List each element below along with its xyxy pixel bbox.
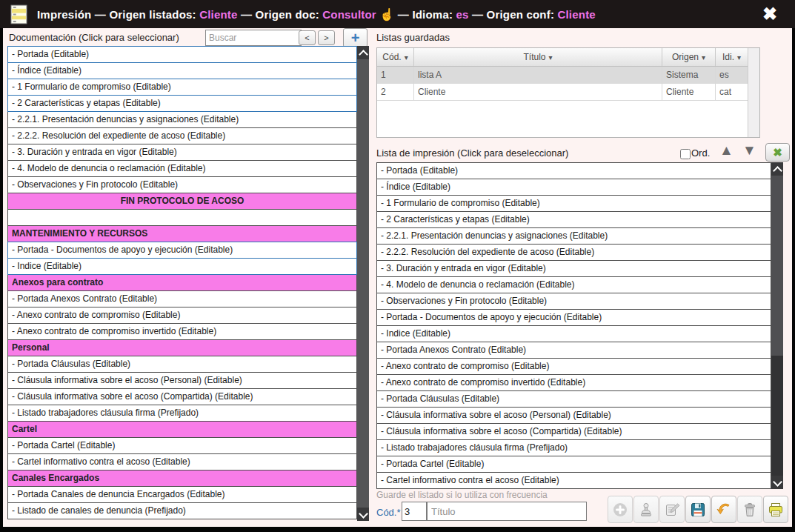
cod-input[interactable]	[402, 502, 427, 521]
edit-note-button[interactable]	[659, 496, 685, 523]
print-button[interactable]	[763, 496, 788, 523]
print-list-item[interactable]: - 2 Características y etapas (Editable)	[376, 211, 771, 228]
delete-button[interactable]	[737, 496, 762, 523]
saved-lists-column-header[interactable]: Cód.▾	[377, 48, 414, 66]
doc-list-item[interactable]: - 1 Formulario de compromiso (Editable)	[7, 79, 357, 96]
close-button[interactable]: ✖	[756, 1, 783, 27]
saved-lists-column-header[interactable]: Título▾	[414, 48, 662, 66]
saved-list-row[interactable]: 2ClienteClientecat	[377, 84, 748, 101]
row-label: - Cláusula informativa sobre el acoso (C…	[381, 426, 622, 436]
row-label: Cartel	[12, 424, 37, 434]
save-hint-text: Guarde el listado si lo utiliza con frec…	[376, 490, 548, 500]
row-label: - 2 Características y etapas (Editable)	[381, 214, 530, 225]
print-list-item[interactable]: - Anexo contrato de compromiso (Editable…	[376, 358, 771, 375]
print-list-item[interactable]: - 2.2.1. Presentación denuncias y asigna…	[376, 227, 771, 245]
print-list-item[interactable]: - 3. Duración y entrada en vigor (Editab…	[376, 260, 771, 277]
row-label: - Indice (Editable)	[12, 261, 82, 271]
doc-list-item[interactable]: - Portada Anexos Contrato (Editable)	[7, 290, 357, 307]
print-list-item[interactable]: - 1 Formulario de compromiso (Editable)	[376, 195, 771, 212]
scroll-up-button[interactable]	[771, 162, 783, 176]
section-header-row[interactable]: Canales Encargados	[7, 470, 357, 487]
row-label: Personal	[12, 342, 50, 353]
row-label: - 1 Formulario de compromiso (Editable)	[12, 82, 171, 92]
doc-list-item[interactable]: - Portada (Editable)	[7, 46, 357, 63]
saved-lists-column-header[interactable]: Idi.▾	[716, 48, 748, 66]
saved-lists-column-header[interactable]: Origen▾	[662, 48, 716, 66]
undo-button[interactable]	[711, 496, 736, 523]
title-text-part: Cliente	[199, 8, 237, 21]
title-text-part: Cliente	[557, 8, 595, 21]
print-list-item[interactable]: - Anexo contrato de compromiso invertido…	[376, 374, 771, 391]
clear-list-button[interactable]: ✖	[765, 143, 790, 162]
doc-list-item[interactable]: - 2 Características y etapas (Editable)	[7, 95, 357, 112]
documentation-list-scrollbar[interactable]	[357, 46, 369, 521]
doc-list-item[interactable]: - Observaciones y Fin protocolo (Editabl…	[7, 176, 357, 193]
doc-list-item[interactable]: - Cláusula informativa sobre el acoso (C…	[7, 388, 357, 405]
print-list-item[interactable]: - Observaciones y Fin protocolo (Editabl…	[376, 293, 771, 310]
row-label: - 2.2.1. Presentación denuncias y asigna…	[12, 114, 239, 124]
sort-arrow-icon: ▾	[548, 53, 552, 61]
stamp-button[interactable]	[633, 496, 659, 523]
print-list-item[interactable]: - Portada Cláusulas (Editable)	[376, 390, 771, 408]
print-list-item[interactable]: - Portada (Editable)	[376, 162, 771, 179]
search-prev-button[interactable]: <	[299, 30, 316, 45]
print-list-item[interactable]: - 4. Modelo de denuncia o reclamación (E…	[376, 276, 771, 293]
doc-list-item[interactable]: - Listado de canales de denuncia (Prefij…	[7, 502, 357, 519]
print-list-item[interactable]: - Índice (Editable)	[376, 179, 771, 196]
doc-list-item[interactable]: - Portada Canales de denuncia Encargados…	[7, 486, 357, 503]
section-header-row[interactable]: Anexos para contrato	[7, 274, 357, 291]
print-list-item[interactable]: - 2.2.2. Resolución del expediente de ac…	[376, 244, 771, 261]
empty-row[interactable]	[7, 209, 357, 226]
doc-list-item[interactable]: - Cartel informativo contra el acoso (Ed…	[7, 453, 357, 471]
doc-list-item[interactable]: - 3. Duración y entrada en vigor (Editab…	[7, 144, 357, 161]
print-list-item[interactable]: - Portada - Documentos de apoyo y ejecuc…	[376, 309, 771, 326]
doc-list-item[interactable]: - Anexo contrato de compromiso (Editable…	[7, 307, 357, 324]
search-input[interactable]	[205, 30, 302, 46]
print-list-scrollbar[interactable]	[771, 162, 783, 489]
doc-list-item[interactable]: - Indice (Editable)	[7, 258, 357, 275]
saved-list-cell: Cliente	[662, 84, 716, 100]
add-button[interactable]	[608, 496, 633, 523]
scroll-down-button[interactable]	[357, 508, 369, 521]
scroll-down-button[interactable]	[771, 476, 783, 489]
ord-checkbox-label: Ord.	[691, 147, 710, 159]
doc-list-item[interactable]: - Portada Cartel (Editable)	[7, 437, 357, 454]
add-document-button[interactable]: +	[343, 28, 367, 47]
titulo-input[interactable]	[427, 502, 587, 521]
move-up-button[interactable]: ▲	[719, 143, 734, 158]
doc-list-item[interactable]: - 2.2.1. Presentación denuncias y asigna…	[7, 111, 357, 128]
doc-list-item[interactable]: - Portada - Documentos de apoyo y ejecuc…	[7, 242, 357, 259]
doc-list-item[interactable]: - Cláusula informativa sobre el acoso (P…	[7, 372, 357, 389]
scrollbar-thumb[interactable]	[357, 59, 369, 508]
search-next-button[interactable]: >	[318, 30, 335, 45]
dialog-content: Documentación (Click para seleccionar) <…	[3, 28, 792, 527]
saved-list-row[interactable]: 1lista ASistemaes	[377, 67, 748, 84]
section-header-row[interactable]: Cartel	[7, 421, 357, 438]
print-list-item[interactable]: - Cláusula informativa sobre el acoso (P…	[376, 407, 771, 424]
save-button[interactable]	[685, 496, 711, 523]
section-header-row[interactable]: MANTENIMIENTO Y RECURSOS	[7, 225, 357, 242]
section-header-row[interactable]: FIN PROTOCOLO DE ACOSO	[7, 193, 357, 210]
doc-list-item[interactable]: - Anexo contrato de compromiso invertido…	[7, 323, 357, 340]
doc-list-item[interactable]: - Listado trabajadores cláusula firma (P…	[7, 405, 357, 422]
doc-list-item[interactable]: - 4. Modelo de denuncia o reclamación (E…	[7, 160, 357, 177]
print-list-item[interactable]: - Cartel informativo contra el acoso (Ed…	[376, 472, 771, 489]
print-list-icon	[10, 4, 27, 24]
print-list-item[interactable]: - Indice (Editable)	[376, 325, 771, 342]
print-list-item[interactable]: - Portada Anexos Contrato (Editable)	[376, 342, 771, 359]
print-list-item[interactable]: - Listado trabajadores cláusula firma (P…	[376, 439, 771, 456]
doc-list-item[interactable]: - Índice (Editable)	[7, 62, 357, 79]
doc-list-item[interactable]: - Portada Cláusulas (Editable)	[7, 356, 357, 373]
print-list-item[interactable]: - Portada Cartel (Editable)	[376, 456, 771, 473]
doc-list-item[interactable]: - 2.2.2. Resolución del expediente de ac…	[7, 127, 357, 144]
scrollbar-thumb[interactable]	[771, 176, 783, 356]
trash-icon	[741, 501, 759, 519]
section-header-row[interactable]: Personal	[7, 339, 357, 356]
print-list-item[interactable]: - Cláusula informativa sobre el acoso (C…	[376, 423, 771, 440]
ord-checkbox[interactable]	[680, 149, 691, 159]
saved-lists-label: Listas guardadas	[376, 32, 450, 43]
row-label: - Anexo contrato de compromiso (Editable…	[12, 310, 180, 320]
move-down-button[interactable]: ▼	[742, 143, 756, 158]
saved-lists-scrollbar[interactable]	[748, 48, 759, 137]
scroll-up-button[interactable]	[357, 46, 369, 59]
